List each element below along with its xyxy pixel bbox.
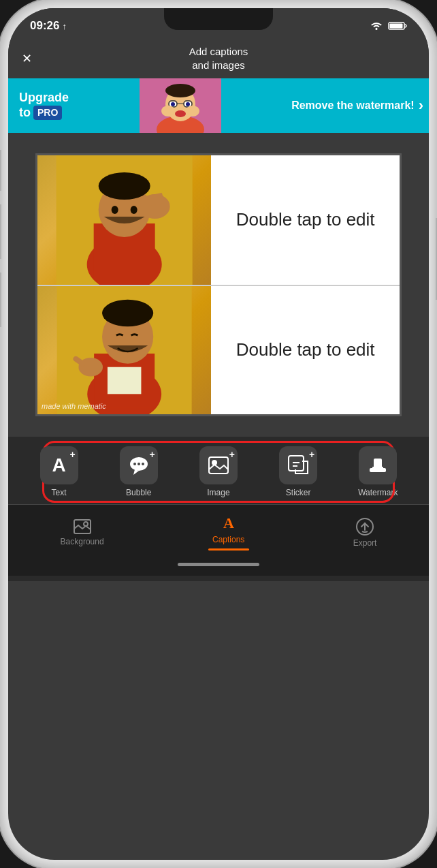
header-title-line2: and images <box>189 59 248 72</box>
home-indicator <box>8 557 429 576</box>
bubble-icon-svg <box>128 454 150 476</box>
volume-up-button <box>0 204 1 259</box>
tool-image-label: Image <box>207 488 229 497</box>
header-title-line1: Add captions <box>189 45 248 59</box>
phone-frame: 09:26 ↑ ✕ <box>0 0 437 868</box>
notch <box>164 8 273 30</box>
banner-remove-text: Remove the watermark! › <box>291 97 429 114</box>
watermark-icon-svg <box>367 454 389 476</box>
meme-row-bottom: made with mematic Double tap to edit <box>37 285 400 414</box>
svg-point-9 <box>171 102 175 106</box>
svg-point-6 <box>165 84 195 97</box>
background-nav-icon <box>74 519 91 534</box>
status-icons <box>370 21 407 31</box>
text-a-icon: A <box>52 454 65 476</box>
svg-point-21 <box>99 172 150 200</box>
banner-upgrade-text: Upgrade to PRO <box>19 91 69 120</box>
svg-point-37 <box>142 463 144 465</box>
export-nav-icon <box>356 518 374 536</box>
text-tool-icon: A + <box>40 446 78 484</box>
bottom-toolbar: A + Text + <box>8 437 429 581</box>
tool-text-button[interactable]: A + Text <box>35 446 83 497</box>
svg-point-10 <box>186 102 190 106</box>
meme-caption-bottom-panel[interactable]: Double tap to edit <box>211 286 400 414</box>
watermark-text: made with mematic <box>42 402 106 410</box>
pro-badge: to PRO <box>19 106 69 121</box>
svg-rect-28 <box>108 367 141 394</box>
bubble-tool-icon: + <box>120 446 158 484</box>
nav-background[interactable]: Background <box>47 516 118 549</box>
bottom-nav: Background A Captions <box>8 504 429 557</box>
location-arrow-icon: ↑ <box>62 21 67 31</box>
svg-point-22 <box>112 206 118 214</box>
phone-screen: 09:26 ↑ ✕ <box>8 8 429 860</box>
svg-text:A: A <box>223 514 234 531</box>
status-time: 09:26 ↑ <box>30 19 67 33</box>
nav-active-indicator <box>208 548 249 551</box>
header-title: Add captions and images <box>189 45 248 72</box>
drake-approve-image: made with mematic <box>37 286 211 414</box>
meme-container[interactable]: Double tap to edit <box>35 153 402 416</box>
tool-text-label: Text <box>52 488 67 497</box>
svg-point-16 <box>175 110 186 117</box>
svg-rect-2 <box>390 24 403 29</box>
tool-sticker-label: Sticker <box>286 488 311 497</box>
captions-nav-icon: A <box>220 514 238 532</box>
svg-point-14 <box>161 106 175 117</box>
svg-point-47 <box>84 522 88 526</box>
header: ✕ Add captions and images <box>8 38 429 78</box>
mute-button <box>0 150 1 191</box>
image-tool-icon: + <box>199 446 238 484</box>
bubble-plus-icon: + <box>150 449 155 460</box>
battery-icon <box>388 21 407 31</box>
svg-rect-45 <box>372 467 383 469</box>
meme-canvas-area: Double tap to edit <box>8 133 429 437</box>
nav-captions[interactable]: A Captions <box>195 512 263 553</box>
svg-point-15 <box>186 106 199 117</box>
svg-point-0 <box>376 28 378 30</box>
pro-label: PRO <box>33 106 62 120</box>
upgrade-banner[interactable]: Upgrade to PRO <box>8 78 429 133</box>
wifi-icon <box>370 21 383 31</box>
nav-export[interactable]: Export <box>340 515 391 551</box>
svg-rect-44 <box>374 459 382 468</box>
sticker-icon-svg <box>287 454 309 476</box>
tool-image-button[interactable]: + Image <box>195 446 242 497</box>
home-bar <box>178 563 259 566</box>
banner-chevron-icon: › <box>419 97 423 114</box>
nav-captions-label: Captions <box>212 535 244 544</box>
tool-watermark-label: Watermark <box>358 488 398 497</box>
image-plus-icon: + <box>229 449 235 460</box>
tool-watermark-button[interactable]: Watermark <box>354 446 402 497</box>
tool-bubble-label: Bubble <box>126 488 151 497</box>
svg-point-35 <box>133 463 136 465</box>
svg-point-30 <box>102 300 153 327</box>
meme-caption-top[interactable]: Double tap to edit <box>236 208 375 232</box>
banner-upgrade-label: Upgrade <box>19 91 69 106</box>
svg-rect-38 <box>209 457 228 474</box>
tool-bubble-button[interactable]: + Bubble <box>115 446 163 497</box>
sticker-tool-icon: + <box>279 446 317 484</box>
banner-remove-label: Remove the watermark! <box>291 99 415 112</box>
tool-sticker-button[interactable]: + Sticker <box>274 446 322 497</box>
meme-caption-bottom[interactable]: Double tap to edit <box>236 339 375 362</box>
time-display: 09:26 <box>30 19 59 33</box>
close-button[interactable]: ✕ <box>22 51 32 66</box>
meme-caption-top-panel[interactable]: Double tap to edit <box>211 155 400 285</box>
sticker-plus-icon: + <box>309 449 314 460</box>
nav-background-label: Background <box>61 537 104 546</box>
text-plus-icon: + <box>69 449 75 460</box>
meme-row-top: Double tap to edit <box>37 155 400 285</box>
banner-to-label: to <box>19 106 31 121</box>
drake-refuse-image <box>37 155 211 285</box>
tool-buttons-row: A + Text + <box>8 446 429 504</box>
svg-point-23 <box>131 206 137 214</box>
volume-down-button <box>0 273 1 327</box>
image-icon-svg <box>208 456 229 475</box>
nav-export-label: Export <box>353 538 377 548</box>
watermark-tool-icon <box>359 446 397 484</box>
banner-person-image <box>140 78 221 133</box>
svg-point-36 <box>137 463 140 465</box>
